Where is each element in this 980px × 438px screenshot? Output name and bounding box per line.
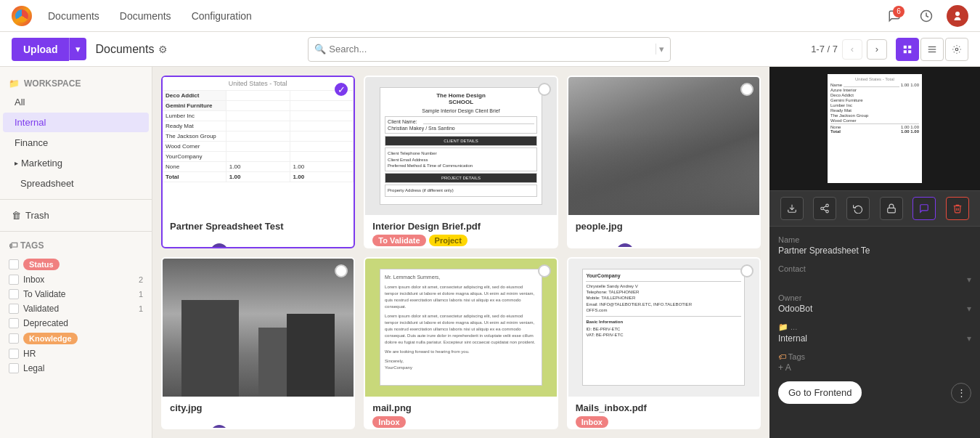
tag-checkbox-legal[interactable]	[9, 363, 19, 373]
tag-checkbox-to-validate[interactable]	[9, 289, 19, 299]
tag-item-knowledge[interactable]: Knowledge	[9, 330, 143, 346]
tag-item-inbox[interactable]: Inbox 2	[9, 272, 143, 287]
workspace-label: 📁 WORKSPACE	[0, 76, 152, 92]
doc-clock-icon-1[interactable]: 🕐	[170, 243, 187, 248]
panel-chat-button[interactable]	[912, 197, 936, 220]
field-owner-chevron[interactable]: ▾	[967, 304, 971, 314]
main-layout: 📁 WORKSPACE All Internal Finance ▸ Marke…	[0, 67, 980, 438]
next-page-button[interactable]: ›	[867, 39, 887, 60]
upload-button-group: Upload ▾	[12, 38, 86, 61]
field-contact-chevron[interactable]: ▾	[967, 275, 971, 285]
search-dropdown-arrow[interactable]: ▾	[656, 44, 664, 54]
doc-card-partner-spreadsheet[interactable]: United States - Total Deco Addict Gemini…	[161, 76, 355, 248]
nav-link-configuration[interactable]: Configuration	[187, 7, 256, 25]
upload-button[interactable]: Upload	[12, 38, 69, 61]
tag-item-to-validate[interactable]: To Validate 1	[9, 287, 143, 301]
search-input[interactable]	[329, 44, 653, 54]
tag-checkbox-knowledge[interactable]	[9, 333, 19, 344]
tag-item-validated[interactable]: Validated 1	[9, 301, 143, 316]
panel-download-button[interactable]	[780, 197, 804, 220]
sidebar-item-all[interactable]: All	[3, 92, 149, 112]
tag-label-to-validate: To Validate	[23, 289, 65, 299]
doc-checkbox-3[interactable]	[740, 83, 754, 96]
doc-user-avatar-1[interactable]	[211, 243, 228, 248]
tag-checkbox-inbox[interactable]	[9, 275, 19, 285]
doc-clock-icon-4[interactable]: 🕐	[170, 425, 187, 430]
doc-tag-inbox-5[interactable]: Inbox	[372, 416, 405, 428]
svg-rect-5	[908, 50, 911, 53]
doc-checkbox-2[interactable]	[538, 83, 551, 96]
doc-star-icon-3[interactable]: ☆	[596, 243, 613, 248]
doc-info-6: Mails_inbox.pdf Inbox	[568, 397, 759, 430]
svg-rect-4	[904, 50, 907, 53]
right-panel-preview: United States - Total Name1.001.00 Azure…	[769, 67, 980, 190]
doc-actions-1: 🕐 ☆	[163, 240, 354, 248]
panel-delete-button[interactable]	[946, 197, 969, 220]
user-avatar[interactable]	[947, 5, 968, 27]
upload-dropdown-button[interactable]: ▾	[69, 38, 86, 60]
grid-view-button[interactable]	[896, 38, 919, 61]
doc-card-people[interactable]: people.jpg 🕐 ☆	[567, 76, 761, 248]
sidebar-item-marketing[interactable]: ▸ Marketing	[3, 153, 149, 173]
clock-icon-btn[interactable]	[915, 4, 938, 28]
panel-lock-button[interactable]	[880, 197, 903, 220]
tag-label-legal: Legal	[23, 363, 44, 373]
svg-point-9	[955, 48, 958, 51]
doc-tag-project-2[interactable]: Project	[429, 235, 467, 246]
go-to-frontend-button[interactable]: Go to Frontend	[778, 381, 862, 404]
tag-label-hr: HR	[23, 349, 36, 359]
field-contact-label: Contact	[778, 264, 971, 273]
doc-card-city[interactable]: city.jpg 🕐 ☆	[161, 257, 355, 430]
doc-card-mails-inbox[interactable]: YourCompany Chrystelle Sandy Andrey VTel…	[567, 257, 761, 430]
tag-checkbox-status[interactable]	[9, 259, 19, 269]
prev-page-button[interactable]: ‹	[842, 39, 862, 60]
nav-link-documents1[interactable]: Documents	[44, 7, 104, 25]
tag-item-hr[interactable]: HR	[9, 346, 143, 361]
field-owner-value[interactable]: OdooBot ▾	[778, 304, 971, 314]
doc-tag-inbox-6[interactable]: Inbox	[576, 416, 608, 428]
doc-user-avatar-4[interactable]	[211, 425, 228, 430]
tag-item-status[interactable]: Status	[9, 256, 143, 272]
doc-checkbox-4[interactable]	[335, 264, 348, 277]
doc-card-interior-design[interactable]: The Home DesignSCHOOL Sample Interior De…	[364, 76, 558, 248]
doc-checkbox-6[interactable]	[740, 264, 754, 277]
app-logo[interactable]	[12, 6, 32, 26]
panel-fields: Name Partner Spreadsheet Te Contact ▾ Ow…	[769, 227, 980, 438]
doc-checkbox-5[interactable]	[538, 264, 551, 277]
right-panel: United States - Total Name1.001.00 Azure…	[769, 67, 980, 438]
field-contact-value[interactable]: ▾	[778, 275, 971, 285]
list-view-button[interactable]	[920, 38, 944, 61]
svg-point-19	[826, 210, 829, 213]
field-workspace-chevron[interactable]: ▾	[967, 333, 971, 344]
sidebar-item-internal[interactable]: Internal	[3, 113, 149, 132]
settings-gear-icon[interactable]: ⚙	[158, 44, 168, 55]
tag-badge-knowledge: Knowledge	[23, 333, 78, 344]
messaging-icon-btn[interactable]: 6	[883, 4, 906, 28]
tag-checkbox-validated[interactable]	[9, 304, 19, 314]
doc-card-mail[interactable]: Mr. Lemmach Summers, Lorem ipsum dolor s…	[364, 257, 558, 430]
doc-tag-to-validate-2[interactable]: To Validate	[372, 235, 425, 246]
doc-clock-icon-3[interactable]: 🕐	[576, 243, 593, 248]
doc-user-avatar-3[interactable]	[616, 243, 634, 248]
tag-item-deprecated[interactable]: Deprecated	[9, 316, 143, 330]
content-area: United States - Total Deco Addict Gemini…	[152, 67, 769, 438]
tag-checkbox-hr[interactable]	[9, 349, 19, 359]
panel-replace-button[interactable]	[846, 197, 870, 220]
settings-view-button[interactable]	[945, 38, 968, 61]
panel-more-button[interactable]: ⋮	[951, 383, 971, 403]
sidebar-item-spreadsheet[interactable]: Spreadsheet	[3, 174, 149, 193]
sidebar-item-trash[interactable]: 🗑 Trash	[0, 206, 152, 225]
tag-checkbox-deprecated[interactable]	[9, 318, 19, 328]
doc-star-icon-4[interactable]: ☆	[190, 425, 208, 430]
preview-content: United States - Total Name1.001.00 Azure…	[828, 74, 922, 183]
panel-share-button[interactable]	[813, 197, 836, 220]
sidebar-item-finance[interactable]: Finance	[3, 133, 149, 153]
tag-item-legal[interactable]: Legal	[9, 361, 143, 376]
field-workspace-value[interactable]: Internal ▾	[778, 333, 971, 344]
nav-link-documents2[interactable]: Documents	[115, 7, 176, 25]
folder-icon: 📁	[778, 323, 788, 331]
field-name-value[interactable]: Partner Spreadsheet Te	[778, 246, 971, 256]
doc-star-icon-1[interactable]: ☆	[190, 243, 208, 248]
add-tag-button[interactable]: + A	[778, 362, 791, 373]
tags-section: 🏷 TAGS Status Inbox 2 To Validate 1	[0, 238, 152, 378]
